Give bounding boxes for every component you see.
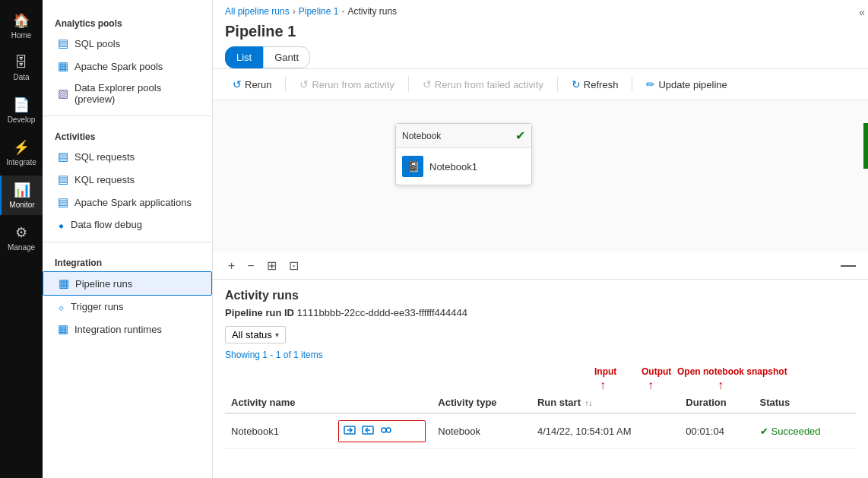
sidebar-item-sql-requests-label: SQL requests: [74, 151, 135, 163]
pipeline-run-id-row: Pipeline run ID 1111bbbb-22cc-dddd-ee33-…: [225, 307, 856, 318]
breadcrumb-sep2: -: [341, 6, 344, 17]
table-row: Notebook1: [225, 413, 856, 449]
rerun-from-failed-label: Rerun from failed activity: [435, 79, 543, 90]
update-pipeline-icon: ✏: [646, 78, 655, 90]
nav-item-develop[interactable]: 📄 Develop: [0, 90, 43, 130]
rerun-from-activity-label: Rerun from activity: [312, 79, 394, 90]
toolbar-divider-1: [285, 77, 286, 92]
showing-text: Showing 1 - 1 of 1 items: [225, 350, 856, 360]
sidebar-item-data-explorer-pools-label: Data Explorer pools (preview): [74, 82, 203, 105]
nav-item-home[interactable]: 🏠 Home: [0, 6, 43, 46]
update-pipeline-button[interactable]: ✏ Update pipeline: [638, 75, 734, 93]
sidebar-item-sql-requests[interactable]: ▤ SQL requests: [43, 145, 212, 168]
sidebar-divider-1: [43, 116, 212, 116]
activity-table: Activity name Activity type Run start ↑↓…: [225, 392, 856, 449]
pipeline-title: Pipeline 1: [213, 20, 868, 46]
data-flow-debug-icon: ⬥: [58, 218, 65, 231]
layout-button[interactable]: ⊡: [286, 257, 302, 274]
rerun-from-activity-button[interactable]: ↺ Rerun from activity: [292, 75, 401, 93]
nav-item-integrate-label: Integrate: [6, 158, 36, 166]
cell-activity-name: Notebook1: [225, 413, 332, 449]
tabs-row: List Gantt: [213, 46, 868, 69]
input-icon: [344, 424, 356, 436]
sidebar-item-apache-spark-apps[interactable]: ▤ Apache Spark applications: [43, 191, 212, 214]
sidebar-item-kql-requests[interactable]: ▤ KQL requests: [43, 168, 212, 191]
notebook-card-body: 📓 Notebook1: [396, 148, 531, 185]
col-header-status: Status: [754, 392, 856, 413]
output-icon: [362, 424, 374, 436]
notebook-status-check-icon: ✔: [515, 128, 525, 143]
output-action-button[interactable]: [360, 423, 375, 440]
breadcrumb-sep1: ›: [293, 6, 296, 17]
sidebar-item-data-flow-debug-label: Data flow debug: [71, 219, 142, 230]
tab-gantt[interactable]: Gantt: [263, 46, 310, 68]
action-icons-group: [338, 420, 426, 442]
toolbar-divider-4: [632, 77, 632, 92]
nav-item-manage[interactable]: ⚙ Manage: [0, 218, 43, 258]
kql-requests-icon: ▤: [58, 173, 68, 186]
rerun-from-failed-icon: ↺: [423, 78, 432, 90]
status-label: Succeeded: [771, 426, 821, 437]
notebook-card: Notebook ✔ 📓 Notebook1: [395, 123, 532, 185]
nav-item-data[interactable]: 🗄 Data: [0, 49, 43, 87]
cell-duration: 00:01:04: [680, 413, 753, 449]
nav-item-home-label: Home: [11, 31, 32, 40]
nav-item-data-label: Data: [13, 73, 29, 81]
data-icon: 🗄: [14, 55, 28, 71]
status-check-icon: ✔: [760, 426, 768, 437]
cell-activity-type: Notebook: [432, 413, 531, 449]
refresh-label: Refresh: [584, 79, 619, 90]
status-filter-dropdown[interactable]: All status ▾: [225, 326, 286, 343]
zoom-indicator: [841, 265, 856, 267]
fit-view-button[interactable]: ⊞: [264, 257, 280, 274]
rerun-icon: ↺: [233, 78, 242, 90]
svg-point-5: [386, 428, 391, 432]
sidebar-item-data-explorer-pools[interactable]: ▧ Data Explorer pools (preview): [43, 78, 212, 109]
sidebar-item-pipeline-runs-label: Pipeline runs: [75, 278, 132, 290]
annotation-output: Output: [641, 366, 671, 377]
left-nav: 🏠 Home 🗄 Data 📄 Develop ⚡ Integrate 📊 Mo…: [0, 0, 43, 478]
tab-list[interactable]: List: [225, 46, 263, 68]
monitor-icon: 📊: [14, 182, 30, 198]
pipeline-run-id-label: Pipeline run ID: [225, 307, 294, 318]
breadcrumb-pipeline1[interactable]: Pipeline 1: [299, 6, 339, 17]
sidebar-item-pipeline-runs[interactable]: ▦ Pipeline runs: [43, 271, 212, 296]
svg-point-4: [382, 428, 386, 432]
rerun-from-activity-icon: ↺: [299, 78, 309, 90]
rerun-label: Rerun: [245, 79, 271, 90]
notebook-card-name: Notebook1: [429, 161, 477, 173]
status-filter-label: All status: [232, 329, 272, 340]
refresh-button[interactable]: ↻ Refresh: [564, 75, 626, 93]
annotation-input-arrow: ↑: [600, 378, 606, 392]
sidebar-section-integration: Integration: [43, 248, 212, 271]
activity-table-header: Activity name Activity type Run start ↑↓…: [225, 392, 856, 413]
sidebar-item-data-flow-debug[interactable]: ⬥ Data flow debug: [43, 214, 212, 236]
nav-item-integrate[interactable]: ⚡ Integrate: [0, 133, 43, 173]
sidebar-item-integration-runtimes[interactable]: ▦ Integration runtimes: [43, 318, 212, 340]
activity-runs-section: Activity runs Pipeline run ID 1111bbbb-2…: [213, 280, 868, 478]
status-succeeded-badge: ✔ Succeeded: [760, 426, 850, 437]
sidebar-item-apache-spark-pools[interactable]: ▦ Apache Spark pools: [43, 55, 212, 78]
open-notebook-snapshot-button[interactable]: [379, 423, 394, 440]
nav-item-monitor[interactable]: 📊 Monitor: [0, 176, 43, 215]
annotation-output-arrow: ↑: [648, 378, 654, 392]
zoom-out-button[interactable]: −: [244, 258, 257, 274]
rerun-from-failed-button[interactable]: ↺ Rerun from failed activity: [415, 75, 551, 93]
sidebar: « Analytics pools ▤ SQL pools ▦ Apache S…: [43, 0, 213, 478]
sidebar-item-kql-requests-label: KQL requests: [74, 174, 135, 185]
zoom-in-button[interactable]: +: [225, 258, 238, 274]
nav-item-manage-label: Manage: [8, 243, 35, 252]
manage-icon: ⚙: [15, 224, 27, 241]
sidebar-item-trigger-runs[interactable]: ⬦ Trigger runs: [43, 296, 212, 318]
open-notebook-icon: [380, 424, 392, 436]
breadcrumb-all-pipeline-runs[interactable]: All pipeline runs: [225, 6, 290, 17]
col-header-activity-type: Activity type: [432, 392, 531, 413]
sidebar-section-activities: Activities: [43, 122, 212, 145]
sidebar-item-apache-spark-pools-label: Apache Spark pools: [74, 61, 163, 72]
canvas-controls: + − ⊞ ⊡: [213, 252, 868, 280]
rerun-button[interactable]: ↺ Rerun: [225, 75, 279, 93]
notebook-card-header: Notebook ✔: [396, 124, 531, 148]
sidebar-item-sql-pools[interactable]: ▤ SQL pools: [43, 32, 212, 55]
annotation-open-notebook-arrow: ↑: [718, 378, 724, 392]
input-action-button[interactable]: [342, 423, 357, 440]
